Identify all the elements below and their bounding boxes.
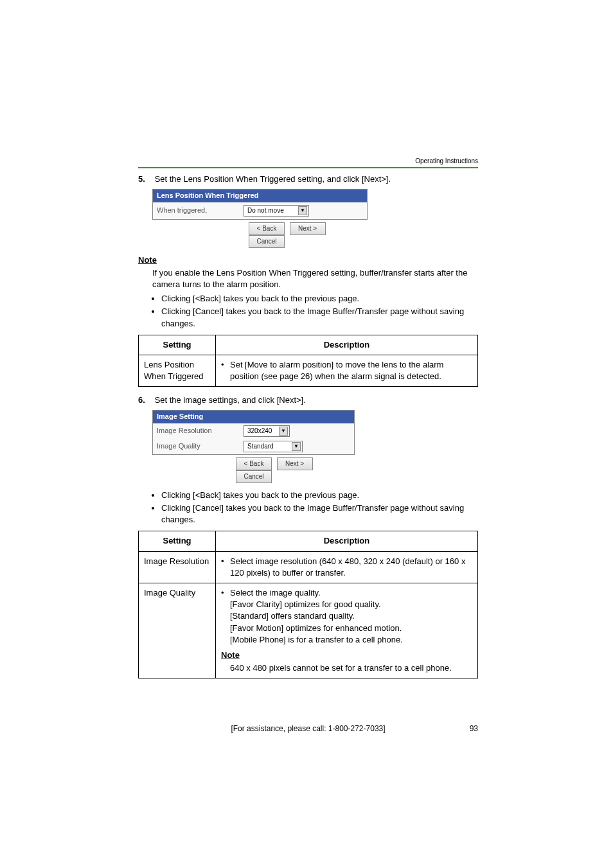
- inner-note-heading: Note: [221, 650, 472, 661]
- image-quality-value: Standard: [245, 442, 290, 451]
- step5-th-description: Description: [216, 335, 478, 355]
- bullet-icon: •: [221, 556, 230, 579]
- when-triggered-value: Do not move: [245, 206, 297, 215]
- image-setting-panel: Image Setting Image Resolution 320x240 ▼…: [152, 410, 355, 454]
- step-5: 5. Set the Lens Position When Triggered …: [138, 173, 478, 387]
- image-quality-dropdown[interactable]: Standard ▼: [244, 441, 303, 452]
- chevron-down-icon: ▼: [279, 427, 288, 436]
- lens-panel-title: Lens Position When Triggered: [153, 190, 367, 202]
- step5-bullet-1: Clicking [<Back] takes you back to the p…: [161, 293, 478, 305]
- step5-table: Setting Description Lens Position When T…: [138, 335, 478, 387]
- step6-row2-line5: [Mobile Phone] is for a transfer to a ce…: [230, 634, 472, 646]
- step6-row2-setting: Image Quality: [139, 583, 216, 678]
- step5-row1-setting: Lens Position When Triggered: [139, 355, 216, 386]
- step6-row2-desc: • Select the image quality. [Favor Clari…: [216, 583, 478, 678]
- when-triggered-label: When triggered,: [157, 206, 244, 215]
- note-body: If you enable the Lens Position When Tri…: [152, 267, 478, 290]
- inner-note-body: 640 x 480 pixels cannot be set for a tra…: [230, 662, 472, 674]
- step-5-text: Set the Lens Position When Triggered set…: [155, 174, 391, 184]
- step5-row1-desc-text: Set [Move to alarm position] to move the…: [230, 359, 472, 382]
- step6-bullet-1: Clicking [<Back] takes you back to the p…: [161, 490, 478, 501]
- step6-row1-setting: Image Resolution: [139, 551, 216, 583]
- back-button[interactable]: < Back: [236, 457, 272, 470]
- page-number: 93: [452, 724, 478, 733]
- step6-th-setting: Setting: [139, 531, 216, 551]
- cancel-button[interactable]: Cancel: [236, 470, 272, 483]
- header-rule: [138, 167, 478, 168]
- step-6: 6. Set the image settings, and click [Ne…: [138, 394, 478, 678]
- bullet-icon: •: [221, 587, 230, 646]
- step6-table: Setting Description Image Resolution • S…: [138, 531, 478, 678]
- page-footer: [For assistance, please call: 1-800-272-…: [138, 724, 478, 733]
- image-resolution-dropdown[interactable]: 320x240 ▼: [244, 425, 290, 437]
- image-quality-label: Image Quality: [157, 441, 244, 451]
- step6-row2-line3: [Standard] offers standard quality.: [230, 610, 472, 622]
- step5-bullet-2: Clicking [Cancel] takes you back to the …: [161, 306, 478, 329]
- lens-position-panel: Lens Position When Triggered When trigge…: [152, 189, 368, 219]
- step5-row1-desc: • Set [Move to alarm position] to move t…: [216, 355, 478, 386]
- step6-row1-desc-text: Select image resolution (640 x 480, 320 …: [230, 556, 472, 579]
- cancel-button[interactable]: Cancel: [249, 235, 285, 248]
- next-button[interactable]: Next >: [290, 222, 326, 235]
- chevron-down-icon: ▼: [292, 442, 301, 451]
- step-6-text: Set the image settings, and click [Next>…: [155, 395, 306, 405]
- step6-row1-desc: • Select image resolution (640 x 480, 32…: [216, 551, 478, 583]
- step-6-number: 6.: [138, 394, 152, 406]
- back-button[interactable]: < Back: [249, 222, 285, 235]
- image-resolution-label: Image Resolution: [157, 426, 244, 436]
- bullet-icon: •: [221, 359, 230, 382]
- step6-bullet-2: Clicking [Cancel] takes you back to the …: [161, 502, 478, 526]
- image-resolution-value: 320x240: [245, 427, 278, 436]
- step5-th-setting: Setting: [139, 335, 216, 355]
- step-5-number: 5.: [138, 173, 152, 185]
- note-heading: Note: [138, 254, 478, 266]
- image-panel-title: Image Setting: [153, 411, 354, 423]
- next-button[interactable]: Next >: [277, 457, 313, 470]
- step6-row2-line1: Select the image quality.: [230, 587, 472, 599]
- step6-row2-line4: [Favor Motion] optimizes for enhanced mo…: [230, 623, 472, 634]
- step6-th-description: Description: [216, 531, 478, 551]
- when-triggered-dropdown[interactable]: Do not move ▼: [244, 205, 309, 217]
- footer-assistance: [For assistance, please call: 1-800-272-…: [164, 724, 452, 733]
- step6-row2-line2: [Favor Clarity] optimizes for good quali…: [230, 599, 472, 610]
- chevron-down-icon: ▼: [298, 206, 307, 215]
- doc-header-label: Operating Instructions: [415, 157, 478, 164]
